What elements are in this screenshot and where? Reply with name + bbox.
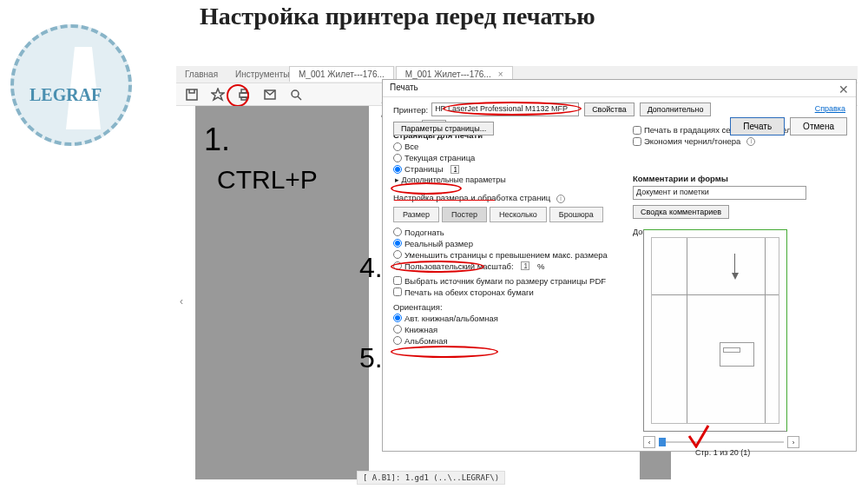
annotation-5: 5. [359, 342, 383, 374]
help-link[interactable]: Справка [815, 104, 845, 113]
properties-button[interactable]: Свойства [584, 102, 635, 116]
scale-input [521, 261, 529, 270]
radio-orient-auto[interactable]: Авт. книжная/альбомная [393, 314, 628, 323]
slider-thumb[interactable] [659, 438, 666, 446]
annotation-ctrlp: CTRL+P [217, 165, 318, 195]
document-background [195, 106, 369, 479]
page-prev-icon[interactable]: ‹ [180, 295, 187, 306]
svg-point-6 [292, 90, 299, 97]
size-mode-poster[interactable]: Постер [442, 207, 487, 222]
star-icon[interactable] [211, 88, 225, 102]
page-title: Настройка принтера перед печатью [200, 3, 595, 30]
dialog-titlebar: Печать ✕ [383, 80, 856, 97]
annotation-checkmark [687, 424, 710, 448]
annotation-circle-print [227, 84, 249, 107]
annotation-1: 1. [204, 122, 230, 158]
dialog-title: Печать [390, 83, 418, 92]
comments-summary-button[interactable]: Сводка комментариев [633, 205, 729, 219]
radio-pages[interactable]: Страницы [393, 164, 628, 174]
info-icon[interactable]: i [556, 195, 565, 203]
size-mode-brochure[interactable]: Брошюра [549, 207, 603, 222]
orientation-label: Ориентация: [393, 302, 628, 312]
annotation-ellipse-pages [391, 182, 462, 195]
annotation-4: 4. [359, 252, 383, 284]
status-bar: [ A.B1]: 1.gd1 (..\..LEGRAF\) [357, 471, 505, 485]
cancel-button[interactable]: Отмена [790, 117, 847, 135]
pages-input[interactable] [450, 165, 459, 174]
legraf-logo: LEGRAF [10, 24, 132, 146]
tab-file-1[interactable]: M_001 Жилет---176... [289, 66, 394, 82]
comments-section-label: Комментарии и формы [633, 174, 841, 183]
annotation-ellipse-orientation [391, 346, 498, 358]
menu-main[interactable]: Главная [176, 69, 227, 79]
size-mode-multi[interactable]: Несколько [490, 207, 547, 222]
radio-orient-landscape[interactable]: Альбомная [393, 336, 628, 346]
close-icon[interactable]: ✕ [838, 83, 849, 96]
radio-realsize[interactable]: Реальный размер [393, 239, 628, 248]
checkbox-duplex[interactable]: Печать на обеих сторонах бумаги [393, 287, 628, 297]
svg-line-7 [298, 96, 301, 100]
logo-circle: LEGRAF [10, 24, 132, 146]
info-icon[interactable]: i [746, 137, 755, 146]
page-counter: Стр. 1 из 20 (1) [695, 448, 750, 457]
arrow-down-icon [732, 273, 739, 280]
print-preview [643, 229, 787, 432]
printer-label: Принтер: [393, 105, 428, 115]
preview-zoom-slider[interactable]: ‹ › [643, 436, 799, 448]
annotation-ellipse-printer [443, 102, 582, 116]
save-icon[interactable] [185, 88, 199, 102]
size-mode-size[interactable]: Размер [393, 207, 439, 222]
checkbox-inksave[interactable]: Экономия чернил/тонераi [633, 136, 841, 146]
preview-page [651, 237, 779, 424]
annotation-underline-params [394, 200, 495, 201]
radio-fit[interactable]: Подогнать [393, 228, 628, 237]
menu-tools[interactable]: Инструменты [227, 69, 298, 79]
svg-rect-0 [187, 89, 197, 100]
radio-all[interactable]: Все [393, 142, 628, 151]
mail-icon[interactable] [263, 88, 277, 102]
comments-select[interactable]: Документ и пометки [633, 186, 806, 200]
page-setup-button[interactable]: Параметры страницы... [393, 122, 494, 135]
svg-marker-1 [212, 89, 224, 100]
radio-shrink[interactable]: Уменьшить страницы с превышением макс. р… [393, 250, 628, 260]
checkbox-papersrc[interactable]: Выбрать источник бумаги по размеру стран… [393, 276, 628, 286]
logo-text: LEGRAF [30, 85, 102, 105]
search-icon[interactable] [289, 88, 303, 102]
tab-close-icon[interactable]: × [498, 69, 503, 79]
radio-current[interactable]: Текущая страница [393, 153, 628, 162]
radio-orient-portrait[interactable]: Книжная [393, 325, 628, 334]
slider-next-icon[interactable]: › [787, 436, 799, 448]
slider-track[interactable] [659, 441, 784, 443]
slider-prev-icon[interactable]: ‹ [643, 436, 655, 448]
annotation-ellipse-realsize [391, 261, 484, 273]
print-button[interactable]: Печать [730, 117, 785, 135]
advanced-button[interactable]: Дополнительно [640, 102, 712, 116]
